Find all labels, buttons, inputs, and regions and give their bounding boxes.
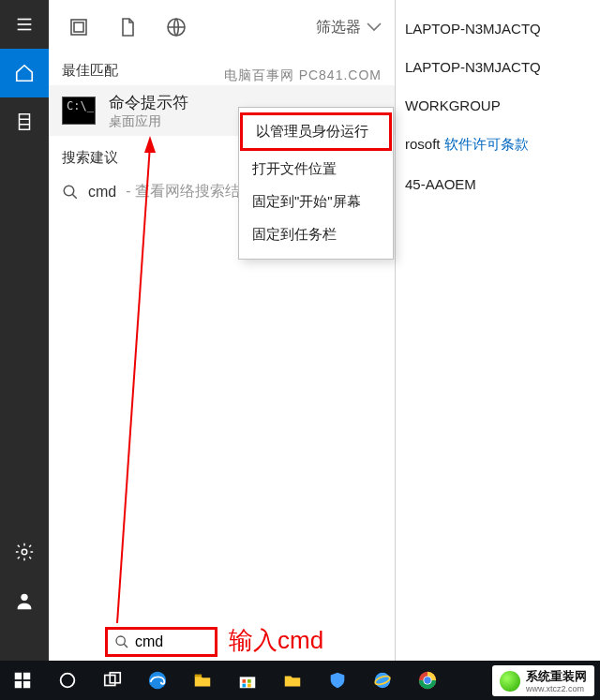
apps-tab[interactable] <box>68 16 90 38</box>
best-match-subtitle: 桌面应用 <box>109 113 188 130</box>
svg-point-6 <box>22 549 27 555</box>
workgroup: WORKGROUP <box>401 86 600 125</box>
ctx-run-as-admin[interactable]: 以管理员身份运行 <box>240 112 392 151</box>
svg-point-11 <box>64 186 74 196</box>
search-input[interactable] <box>135 633 191 650</box>
edge-button[interactable] <box>135 661 180 700</box>
brand-watermark: 系统重装网 www.xtcz2.com <box>492 665 594 696</box>
svg-rect-27 <box>243 679 247 683</box>
taskview-button[interactable] <box>90 661 135 700</box>
svg-point-21 <box>61 674 75 688</box>
svg-rect-18 <box>23 673 30 679</box>
license-link[interactable]: 软件许可条款 <box>444 136 529 152</box>
context-menu: 以管理员身份运行 打开文件位置 固定到"开始"屏幕 固定到任务栏 <box>238 107 394 260</box>
documents-tab[interactable] <box>116 16 139 38</box>
svg-rect-28 <box>248 679 251 683</box>
svg-point-13 <box>116 636 125 645</box>
account-button[interactable] <box>0 576 49 625</box>
ctx-open-location[interactable]: 打开文件位置 <box>239 153 393 186</box>
timeline-button[interactable] <box>0 97 49 146</box>
security-button[interactable] <box>315 661 360 700</box>
folder2-button[interactable] <box>270 661 315 700</box>
svg-rect-20 <box>23 681 30 688</box>
svg-rect-19 <box>15 681 22 688</box>
hamburger-button[interactable] <box>0 0 49 49</box>
annotation-input-hint: 输入cmd <box>229 624 323 657</box>
store-button[interactable] <box>225 661 270 700</box>
suggestion-tail: - 查看网络搜索结果 <box>126 182 255 201</box>
product-id-tail: 45-AAOEM <box>401 165 600 203</box>
filter-label: 筛选器 <box>316 18 361 37</box>
svg-line-12 <box>72 194 77 199</box>
panel-tabs: 筛选器 <box>49 0 395 54</box>
brand-en: www.xtcz2.com <box>526 685 587 693</box>
license-prefix: rosoft <box>405 136 444 152</box>
web-tab[interactable] <box>165 16 188 38</box>
search-box[interactable] <box>105 627 218 657</box>
svg-rect-30 <box>248 684 251 688</box>
svg-rect-25 <box>195 675 202 678</box>
chevron-down-icon <box>367 22 382 32</box>
ctx-pin-start[interactable]: 固定到"开始"屏幕 <box>239 186 393 218</box>
svg-rect-3 <box>20 114 30 130</box>
svg-point-36 <box>424 677 430 683</box>
svg-point-7 <box>21 594 27 601</box>
svg-rect-29 <box>243 684 247 688</box>
home-button[interactable] <box>0 49 49 97</box>
watermark-text: 电脑百事网 PC841.COM <box>224 67 382 84</box>
chrome-button[interactable] <box>405 661 450 700</box>
device-name-1: LAPTOP-N3MJACTQ <box>401 9 600 48</box>
brand-logo-icon <box>500 671 520 692</box>
license-row: rosoft 软件许可条款 <box>401 125 600 165</box>
settings-background: LAPTOP-N3MJACTQ LAPTOP-N3MJACTQ WORKGROU… <box>396 0 600 203</box>
ctx-pin-taskbar[interactable]: 固定到任务栏 <box>239 218 393 251</box>
start-button[interactable] <box>0 661 45 700</box>
ie-button[interactable] <box>360 661 405 700</box>
search-icon <box>62 184 79 201</box>
search-panel: 筛选器 最佳匹配 C:\_ 命令提示符 桌面应用 电脑百事网 PC841.COM… <box>49 0 396 661</box>
svg-rect-17 <box>15 673 22 679</box>
device-name-2: LAPTOP-N3MJACTQ <box>401 48 600 86</box>
svg-rect-9 <box>74 22 83 32</box>
start-sidebar <box>0 0 49 661</box>
settings-button[interactable] <box>0 528 49 576</box>
brand-cn: 系统重装网 <box>526 668 587 685</box>
cmd-icon: C:\_ <box>62 97 96 125</box>
search-icon <box>114 634 129 649</box>
suggestion-term: cmd <box>88 184 116 201</box>
best-match-title: 命令提示符 <box>109 92 188 113</box>
cortana-button[interactable] <box>45 661 90 700</box>
svg-line-14 <box>124 644 128 648</box>
filter-dropdown[interactable]: 筛选器 <box>316 18 382 37</box>
explorer-button[interactable] <box>180 661 225 700</box>
